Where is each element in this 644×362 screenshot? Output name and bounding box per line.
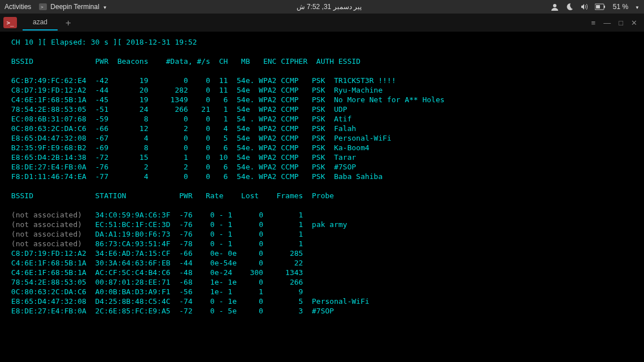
station-row: E8:DE:27:E4:FB:0A 2C:6E:85:FC:E9:A5 -72 …: [7, 307, 334, 315]
terminal-app-icon: >_: [3, 17, 17, 28]
new-tab-button[interactable]: +: [58, 18, 79, 28]
station-row: C8:D7:19:FD:12:A2 34:E6:AD:7A:15:CF -66 …: [7, 249, 303, 258]
app-name-label: Deepin Terminal: [50, 3, 99, 11]
clock-label[interactable]: پیر دسمبر 31, 7:52 ش: [297, 3, 362, 11]
svg-rect-4: [604, 6, 605, 8]
maximize-button[interactable]: □: [619, 19, 623, 27]
battery-icon[interactable]: [595, 3, 606, 10]
tab-azad[interactable]: azad: [23, 15, 58, 30]
user-icon[interactable]: [551, 3, 559, 11]
app-menu[interactable]: > Deepin Terminal ▼: [39, 3, 107, 11]
station-row-na: (not associated): [7, 239, 82, 248]
battery-percent-label: 51 %: [613, 3, 628, 11]
gnome-top-panel: Activities > Deepin Terminal ▼ پیر دسمبر…: [0, 0, 644, 14]
svg-rect-5: [596, 5, 600, 8]
terminal-small-icon: >: [39, 3, 47, 10]
terminal-output[interactable]: CH 10 ][ Elapsed: 30 s ][ 2018-12-31 19:…: [0, 32, 644, 321]
sta-table-header: BSSID STATION PWR Rate Lost Frames Probe: [7, 191, 334, 200]
ap-table-header: BSSID PWR Beacons #Data, #/s CH MB ENC C…: [7, 57, 360, 66]
station-row-na: (not associated): [7, 211, 82, 219]
ap-rows: 6C:B7:49:FC:62:E4 -42 19 0 0 11 54e. WPA…: [7, 76, 445, 181]
station-row-na: (not associated): [7, 230, 82, 238]
close-button[interactable]: ✕: [631, 19, 637, 27]
menu-icon[interactable]: ≡: [591, 19, 596, 27]
station-row: C4:6E:1F:68:5B:1A AC:CF:5C:C4:B4:C6 -48 …: [7, 268, 303, 277]
svg-text:>: >: [41, 5, 43, 10]
chevron-down-icon: ▼: [103, 5, 107, 10]
minimize-button[interactable]: —: [603, 19, 611, 27]
terminal-titlebar: >_ azad + ≡ — □ ✕: [0, 14, 644, 32]
svg-point-2: [553, 4, 556, 7]
activities-button[interactable]: Activities: [5, 3, 31, 11]
station-row: C4:6E:1F:68:5B:1A 30:3A:64:63:6F:EB -44 …: [7, 259, 303, 267]
station-row-na: (not associated): [7, 220, 82, 229]
chevron-down-icon[interactable]: ▼: [635, 5, 639, 10]
volume-icon[interactable]: [580, 3, 588, 11]
station-row: 0C:80:63:2C:DA:C6 A0:0B:BA:D3:A9:F1 -56 …: [7, 287, 303, 296]
station-row: 78:54:2E:88:53:05 00:87:01:28:EE:71 -68 …: [7, 278, 303, 286]
moon-icon[interactable]: [565, 3, 573, 11]
station-row: E8:65:D4:47:32:08 D4:25:8B:48:C5:4C -74 …: [7, 297, 369, 306]
status-line: CH 10 ][ Elapsed: 30 s ][ 2018-12-31 19:…: [7, 38, 197, 46]
